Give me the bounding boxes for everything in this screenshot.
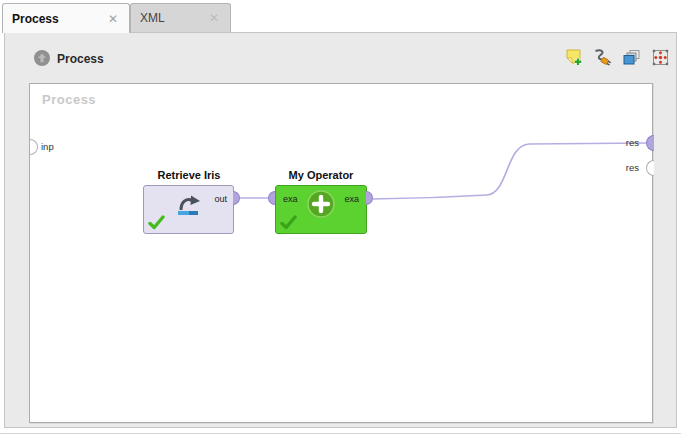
- process-panel: Process: [4, 32, 677, 428]
- operator-my-operator[interactable]: exa exa: [275, 185, 367, 234]
- my-operator-in-port[interactable]: [268, 191, 275, 205]
- plug-connections-icon[interactable]: [593, 48, 612, 67]
- port-label-exa-out: exa: [344, 194, 359, 204]
- close-icon[interactable]: ✕: [209, 12, 219, 24]
- tab-xml[interactable]: XML ✕: [130, 3, 231, 32]
- port-label-out: out: [214, 194, 227, 204]
- fit-view-icon[interactable]: [651, 48, 670, 67]
- connections-layer: [30, 84, 654, 424]
- operator-title-retrieve-iris: Retrieve Iris: [129, 169, 249, 181]
- add-note-icon[interactable]: [564, 48, 583, 67]
- tab-process-label: Process: [3, 12, 59, 26]
- status-ok-check-icon: [280, 215, 297, 230]
- operator-retrieve-iris[interactable]: out: [143, 185, 234, 234]
- operator-title-my-operator: My Operator: [261, 169, 381, 181]
- status-ok-check-icon: [148, 215, 165, 230]
- connection-myoperator-to-result[interactable]: [373, 143, 647, 199]
- bring-to-front-icon[interactable]: [622, 48, 641, 67]
- port-label-res-2: res: [626, 162, 639, 173]
- panel-header: Process: [5, 33, 676, 83]
- process-editor-window: Process ✕ XML ✕ Process: [0, 0, 681, 435]
- tab-xml-label: XML: [131, 11, 165, 25]
- canvas-toolbar: [564, 48, 670, 67]
- port-label-inp: inp: [41, 141, 54, 152]
- window-bottom-edge: [0, 433, 681, 434]
- plus-circle-icon: [306, 189, 336, 219]
- port-label-exa-in: exa: [283, 194, 298, 204]
- tab-process[interactable]: Process ✕: [2, 3, 130, 33]
- process-up-circle-icon[interactable]: [34, 50, 50, 66]
- port-label-res-1: res: [626, 137, 639, 148]
- close-icon[interactable]: ✕: [108, 13, 118, 25]
- panel-title: Process: [57, 52, 104, 66]
- retrieve-arrow-icon: [170, 189, 206, 219]
- process-canvas[interactable]: Process inp res res Retrieve Iris out: [29, 83, 653, 423]
